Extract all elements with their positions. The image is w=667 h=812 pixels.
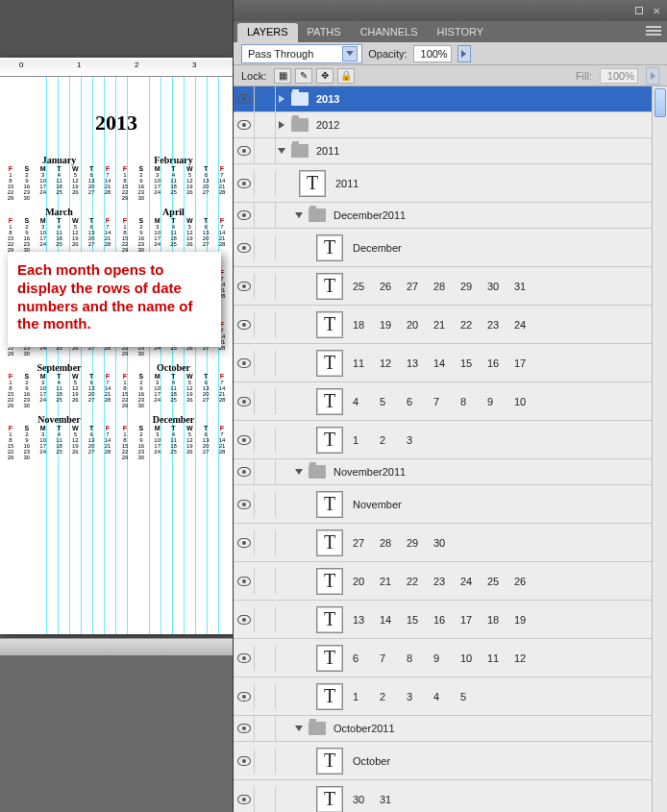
- link-column[interactable]: [255, 716, 276, 741]
- visibility-toggle[interactable]: [234, 171, 255, 196]
- link-column[interactable]: [255, 274, 276, 299]
- link-column[interactable]: [255, 389, 276, 414]
- layer-name[interactable]: November: [349, 499, 402, 510]
- link-column[interactable]: [255, 530, 276, 555]
- layer-row[interactable]: TDecember: [234, 229, 667, 267]
- layer-name[interactable]: 2011: [312, 145, 339, 157]
- layer-name[interactable]: 2013: [312, 93, 339, 105]
- layer-name[interactable]: 27282930: [349, 537, 460, 549]
- blend-mode-dropdown[interactable]: Pass Through: [241, 44, 362, 63]
- collapse-toggle-icon[interactable]: [293, 469, 305, 475]
- fill-input[interactable]: 100%: [600, 68, 638, 84]
- document-canvas[interactable]: 0 1 2 3 2013 JanuaryFSMTWTF1234567891011…: [0, 0, 233, 812]
- layer-row[interactable]: T11121314151617: [234, 344, 667, 382]
- link-column[interactable]: [255, 459, 276, 484]
- link-column[interactable]: [255, 86, 276, 111]
- visibility-toggle[interactable]: [234, 787, 255, 812]
- layer-name[interactable]: 3031: [349, 794, 407, 805]
- layer-row[interactable]: TNovember: [234, 485, 667, 524]
- visibility-toggle[interactable]: [234, 716, 255, 741]
- document-statusbar[interactable]: [0, 638, 233, 655]
- tab-history[interactable]: HISTORY: [428, 23, 494, 42]
- layer-name[interactable]: 18192021222324: [349, 319, 541, 331]
- link-column[interactable]: [255, 492, 276, 517]
- layer-row[interactable]: T13141516171819: [234, 601, 667, 639]
- visibility-toggle[interactable]: [234, 274, 255, 299]
- collapse-icon[interactable]: [632, 4, 646, 17]
- layer-row[interactable]: T27282930: [234, 524, 667, 562]
- layers-scrollbar[interactable]: [652, 86, 667, 812]
- layer-name[interactable]: 6789101112: [349, 652, 541, 664]
- opacity-slider-button[interactable]: [457, 45, 471, 62]
- layer-name[interactable]: 123: [349, 434, 433, 446]
- scrollbar-thumb[interactable]: [655, 88, 666, 117]
- link-column[interactable]: [255, 171, 276, 196]
- panel-titlebar[interactable]: ✕: [234, 0, 667, 21]
- expand-toggle-icon[interactable]: [276, 95, 287, 103]
- visibility-toggle[interactable]: [234, 312, 255, 337]
- panel-menu-icon[interactable]: [646, 24, 661, 37]
- visibility-toggle[interactable]: [234, 749, 255, 774]
- layer-row[interactable]: T123: [234, 421, 667, 459]
- layer-name[interactable]: 20212223242526: [349, 576, 541, 587]
- link-column[interactable]: [255, 351, 276, 376]
- layer-name[interactable]: 2011: [332, 178, 358, 189]
- layer-row[interactable]: T12345: [234, 677, 667, 716]
- visibility-toggle[interactable]: [234, 138, 255, 163]
- visibility-toggle[interactable]: [234, 203, 255, 228]
- collapse-toggle-icon[interactable]: [293, 726, 305, 731]
- fill-slider-button[interactable]: [646, 67, 659, 85]
- layer-name[interactable]: December2011: [330, 209, 406, 221]
- layer-row[interactable]: T6789101112: [234, 639, 667, 677]
- layer-row[interactable]: TOctober: [234, 742, 667, 780]
- tab-paths[interactable]: PATHS: [298, 23, 351, 42]
- layer-row[interactable]: T3031: [234, 780, 667, 812]
- dropdown-arrow-icon[interactable]: [342, 46, 358, 62]
- visibility-toggle[interactable]: [234, 428, 255, 453]
- collapse-toggle-icon[interactable]: [293, 212, 305, 218]
- link-column[interactable]: [255, 646, 276, 671]
- lock-pixels-icon[interactable]: ✎: [295, 68, 312, 84]
- visibility-toggle[interactable]: [234, 351, 255, 376]
- collapse-toggle-icon[interactable]: [276, 148, 287, 154]
- visibility-toggle[interactable]: [234, 684, 255, 709]
- expand-toggle-icon[interactable]: [276, 121, 287, 129]
- link-column[interactable]: [255, 749, 276, 774]
- layer-row[interactable]: 2012: [234, 112, 667, 138]
- link-column[interactable]: [255, 203, 276, 228]
- visibility-toggle[interactable]: [234, 112, 255, 137]
- layer-name[interactable]: November2011: [330, 466, 406, 478]
- link-column[interactable]: [255, 312, 276, 337]
- layer-list[interactable]: 201320122011T2011December2011TDecemberT2…: [234, 86, 667, 812]
- visibility-toggle[interactable]: [234, 389, 255, 414]
- layer-row[interactable]: T45678910: [234, 382, 667, 421]
- close-panel-icon[interactable]: ✕: [650, 4, 663, 17]
- link-column[interactable]: [255, 138, 276, 163]
- lock-transparency-icon[interactable]: ▦: [274, 68, 291, 84]
- layer-name[interactable]: 11121314151617: [349, 357, 541, 369]
- layer-row[interactable]: October2011: [234, 716, 667, 742]
- horizontal-ruler[interactable]: 0 1 2 3: [0, 60, 233, 77]
- visibility-toggle[interactable]: [234, 86, 255, 111]
- link-column[interactable]: [255, 428, 276, 453]
- link-column[interactable]: [255, 569, 276, 594]
- layer-row[interactable]: December2011: [234, 203, 667, 229]
- layer-row[interactable]: 2013: [234, 86, 667, 112]
- link-column[interactable]: [255, 684, 276, 709]
- layer-name[interactable]: 13141516171819: [349, 614, 541, 626]
- link-column[interactable]: [255, 607, 276, 632]
- visibility-toggle[interactable]: [234, 492, 255, 517]
- layer-name[interactable]: December: [349, 242, 402, 254]
- visibility-toggle[interactable]: [234, 530, 255, 555]
- layer-row[interactable]: T25262728293031: [234, 267, 667, 306]
- tab-layers[interactable]: LAYERS: [237, 23, 298, 42]
- opacity-input[interactable]: 100%: [413, 45, 452, 62]
- layer-row[interactable]: T20212223242526: [234, 562, 667, 601]
- layer-name[interactable]: 12345: [349, 691, 487, 702]
- layer-row[interactable]: T18192021222324: [234, 306, 667, 344]
- visibility-toggle[interactable]: [234, 646, 255, 671]
- visibility-toggle[interactable]: [234, 459, 255, 484]
- layer-name[interactable]: October2011: [330, 723, 395, 734]
- lock-all-icon[interactable]: 🔒: [337, 68, 355, 84]
- layer-row[interactable]: 2011: [234, 138, 667, 164]
